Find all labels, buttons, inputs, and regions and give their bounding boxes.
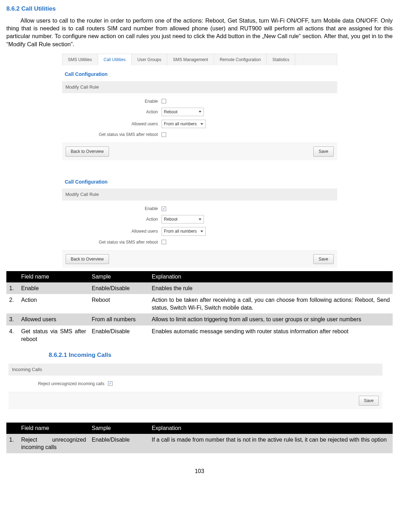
panel-title: Call Configuration <box>62 65 337 81</box>
checkbox-getstatus-2[interactable] <box>162 240 166 244</box>
param-table-1: Field name Sample Explanation 1. Enable … <box>6 271 393 345</box>
button-row-1: Back to Overview Save <box>62 143 337 160</box>
tab-user-groups[interactable]: User Groups <box>132 54 167 65</box>
label-enable: Enable <box>66 98 162 104</box>
chevron-down-icon <box>200 231 203 232</box>
checkbox-reject[interactable] <box>108 381 113 386</box>
intro-text: Allow users to call to the router in ord… <box>6 17 393 47</box>
cell-n: 4. <box>6 325 18 345</box>
cell-s: Enable/Disable <box>89 434 149 453</box>
cell-n: 1. <box>6 434 18 453</box>
cell-e: Enables automatic message sending with r… <box>149 325 393 345</box>
cell-n: 2. <box>6 294 18 313</box>
back-button-1[interactable]: Back to Overview <box>66 147 109 156</box>
button-row-2: Back to Overview Save <box>62 250 337 268</box>
th-field: Field name <box>18 423 89 434</box>
tab-sms-utilities[interactable]: SMS Utilities <box>62 54 98 65</box>
save-button-1[interactable]: Save <box>313 147 333 156</box>
form-area-1: Enable Action Reboot Allowed users From … <box>62 93 337 141</box>
chevron-down-icon <box>199 111 201 113</box>
chevron-down-icon <box>200 123 203 125</box>
select-action-1[interactable]: Reboot <box>162 108 204 116</box>
cell-f: Get status via SMS after reboot <box>18 325 89 345</box>
label-reject: Reject unrecognized incoming calls <box>13 381 108 387</box>
tab-sms-management[interactable]: SMS Management <box>167 54 214 65</box>
label-allowed-2: Allowed users <box>66 228 162 234</box>
cell-s: Enable/Disable <box>89 325 149 345</box>
label-allowed: Allowed users <box>66 121 162 127</box>
label-action: Action <box>66 109 162 115</box>
cell-e: Allows to limit action triggering from a… <box>149 313 393 325</box>
intro-paragraph: Allow users to call to the router in ord… <box>6 17 393 48</box>
cell-e: If a call is made from number that is no… <box>149 434 393 453</box>
th-expl: Explanation <box>149 423 393 434</box>
cell-n: 3. <box>6 313 18 325</box>
select-allowed-2[interactable]: From all numbers <box>162 227 206 235</box>
incoming-title-bar: Incoming Calls <box>8 364 382 376</box>
select-action-2[interactable]: Reboot <box>162 215 204 223</box>
label-action-2: Action <box>66 216 162 222</box>
th-expl: Explanation <box>149 271 393 282</box>
cell-f: Allowed users <box>18 313 89 325</box>
table-row: 1. Reject unrecognized incoming calls En… <box>6 434 393 453</box>
back-button-2[interactable]: Back to Overview <box>66 254 109 264</box>
th-field: Field name <box>18 271 89 282</box>
table-row: 2. Action Reboot Action to be taken afte… <box>6 294 393 313</box>
checkbox-enable-1[interactable] <box>162 99 166 103</box>
incoming-button-row: Save <box>8 392 382 409</box>
tab-call-utilities[interactable]: Call Utilities <box>98 54 132 65</box>
select-action-value: Reboot <box>164 109 178 115</box>
table-row: 3. Allowed users From all numbers Allows… <box>6 313 393 325</box>
incoming-form: Reject unrecognized incoming calls <box>8 376 382 390</box>
th-num <box>6 423 18 434</box>
chevron-down-icon <box>199 219 201 220</box>
panel-title-2: Call Configuration <box>62 173 337 189</box>
cell-f: Enable <box>18 282 89 294</box>
checkbox-enable-2[interactable] <box>162 207 166 211</box>
screenshot-call-config-1: SMS Utilities Call Utilities User Groups… <box>62 54 337 160</box>
tab-remote-config[interactable]: Remote Configuration <box>214 54 267 65</box>
cell-f: Reject unrecognized incoming calls <box>18 434 89 453</box>
save-button-2[interactable]: Save <box>313 254 333 264</box>
th-sample: Sample <box>89 271 149 282</box>
screenshot-call-config-2: Call Configuration Modify Call Rule Enab… <box>62 173 337 268</box>
cell-e: Action to be taken after receiving a cal… <box>149 294 393 313</box>
cell-f: Action <box>18 294 89 313</box>
cell-n: 1. <box>6 282 18 294</box>
tab-bar: SMS Utilities Call Utilities User Groups… <box>62 54 337 65</box>
th-num <box>6 271 18 282</box>
select-allowed-1[interactable]: From all numbers <box>162 120 206 128</box>
cell-e: Enables the rule <box>149 282 393 294</box>
checkbox-getstatus-1[interactable] <box>162 132 166 137</box>
label-enable-2: Enable <box>66 206 162 211</box>
cell-s: From all numbers <box>89 313 149 325</box>
select-allowed-value-2: From all numbers <box>164 228 197 234</box>
form-area-2: Enable Action Reboot Allowed users From … <box>62 201 337 248</box>
cell-s: Enable/Disable <box>89 282 149 294</box>
screenshot-incoming-calls: Incoming Calls Reject unrecognized incom… <box>8 364 382 409</box>
select-action-value-2: Reboot <box>164 216 178 222</box>
param-table-2: Field name Sample Explanation 1. Reject … <box>6 423 393 453</box>
page-number: 103 <box>6 467 393 475</box>
panel-subheader-2: Modify Call Rule <box>62 189 337 201</box>
table-row: 4. Get status via SMS after reboot Enabl… <box>6 325 393 345</box>
select-allowed-value: From all numbers <box>164 121 197 127</box>
save-button-incoming[interactable]: Save <box>359 396 379 406</box>
section-heading-862: 8.6.2 Call Utilities <box>6 5 393 13</box>
label-getstatus-2: Get status via SMS after reboot <box>66 239 162 245</box>
table-row: 1. Enable Enable/Disable Enables the rul… <box>6 282 393 294</box>
tab-statistics[interactable]: Statistics <box>267 54 295 65</box>
th-sample: Sample <box>89 423 149 434</box>
panel-subheader: Modify Call Rule <box>62 81 337 93</box>
section-heading-8621: 8.6.2.1 Incoming Calls <box>49 351 393 359</box>
cell-s: Reboot <box>89 294 149 313</box>
label-getstatus: Get status via SMS after reboot <box>66 132 162 137</box>
